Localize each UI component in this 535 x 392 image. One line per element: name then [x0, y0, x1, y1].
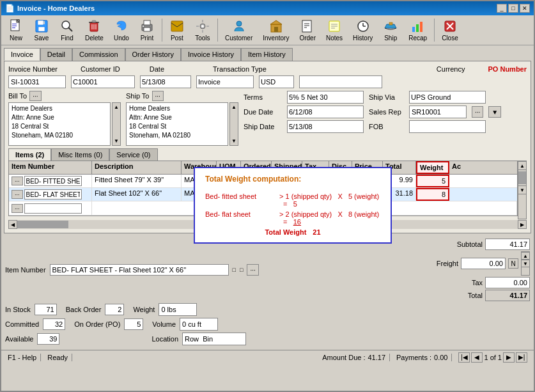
toolbar-tools-button[interactable]: Tools	[190, 17, 215, 43]
bill-to-button[interactable]: ···	[29, 91, 41, 101]
toolbar-notes-button[interactable]: Notes	[322, 17, 347, 43]
in-stock-label: In Stock	[5, 306, 31, 313]
nav-next-button[interactable]: ▶	[503, 352, 515, 363]
items-tab-items[interactable]: Items (2)	[8, 148, 51, 161]
toolbar-order-button[interactable]: Order	[295, 17, 320, 43]
item-desc-input[interactable]	[50, 264, 229, 276]
toolbar-inventory-button[interactable]: Inventory	[258, 17, 293, 43]
total-value[interactable]	[485, 290, 530, 301]
freight-value[interactable]	[461, 258, 506, 269]
toolbar-undo-button[interactable]: Undo	[109, 17, 134, 43]
ship-via-select[interactable]: UPS Ground	[409, 91, 486, 104]
toolbar-separator-3	[434, 19, 435, 42]
tab-detail[interactable]: Detail	[40, 48, 72, 61]
toolbar-close-button[interactable]: Close	[437, 17, 463, 43]
item-browse-btn-empty[interactable]: ···	[12, 204, 23, 213]
item-number-select-empty[interactable]	[24, 203, 82, 214]
scroll-up-arrow[interactable]: ▲	[518, 161, 527, 170]
tab-invoice[interactable]: Invoice	[4, 48, 40, 61]
toolbar-post-button[interactable]: Post	[165, 17, 189, 43]
sales-rep-button[interactable]: ···	[472, 106, 483, 118]
toolbar-separator-1	[162, 19, 162, 42]
tab-commission[interactable]: Commission	[72, 48, 125, 61]
item-browse-btn-1[interactable]: ···	[12, 176, 23, 185]
tooltip-row-1: Bed- fitted sheet > 1 (shipped qty) X 5 …	[205, 192, 380, 208]
nav-prev-button[interactable]: ◀	[471, 352, 483, 363]
date-select[interactable]: 5/13/08	[140, 75, 191, 88]
in-stock-input[interactable]	[35, 304, 57, 315]
sales-rep-input[interactable]	[409, 106, 467, 118]
item-browse-btn-2[interactable]: ···	[12, 190, 23, 199]
bill-to-address: Home DealersAttn: Anne Sue18 Central StS…	[8, 102, 111, 146]
nav-last-button[interactable]: ▶|	[516, 352, 527, 363]
freight-scroll-up[interactable]: ▲	[521, 252, 530, 260]
close-button[interactable]: ✕	[520, 4, 530, 13]
terms-section: Terms 5% 5 Net 30 Ship Via UPS Ground Du…	[244, 91, 527, 146]
currency-select[interactable]: USD	[259, 75, 294, 88]
weight-input[interactable]	[159, 303, 197, 316]
scroll-left-arrow[interactable]: ◀	[8, 220, 17, 229]
bill-to-scroll[interactable]: ▲ ▼	[112, 102, 121, 146]
tools-icon	[195, 19, 210, 34]
available-input[interactable]	[37, 333, 59, 345]
svg-rect-20	[144, 27, 150, 31]
toolbar-delete-button[interactable]: Delete	[81, 17, 108, 43]
due-date-select[interactable]: 6/12/08	[287, 106, 364, 118]
tax-value[interactable]	[485, 277, 530, 288]
sales-rep-label: Sales Rep	[369, 108, 404, 116]
on-order-input[interactable]	[124, 318, 143, 330]
tab-invoice-history[interactable]: Invoice History	[181, 48, 241, 61]
transaction-type-select[interactable]: Invoice	[196, 75, 254, 88]
fob-input[interactable]	[409, 120, 486, 133]
tooltip-title: Total Weight computation:	[205, 175, 380, 184]
customer-id-select[interactable]: C10001	[71, 75, 135, 88]
toolbar-print-button[interactable]: Print	[135, 17, 159, 43]
sales-rep-dropdown[interactable]: ▼	[488, 106, 501, 118]
scroll-thumb[interactable]	[518, 171, 526, 184]
invoice-number-input[interactable]	[8, 75, 66, 88]
item-browse-bottom-btn[interactable]: ···	[247, 264, 258, 276]
back-order-input[interactable]	[105, 304, 124, 315]
toolbar-ship-button[interactable]: Ship	[378, 17, 403, 43]
tab-item-history[interactable]: Item History	[241, 48, 293, 61]
volume-label: Volume	[152, 320, 176, 328]
maximize-button[interactable]: □	[508, 4, 518, 13]
minimize-button[interactable]: _	[497, 4, 507, 13]
h-scroll-thumb[interactable]	[17, 221, 68, 228]
tooltip-name-2: Bed- flat sheet	[205, 210, 275, 226]
subtotal-value[interactable]	[485, 239, 530, 250]
grid-scrollbar[interactable]: ▲ ▼	[518, 161, 527, 219]
summary-row-total: Total	[426, 290, 530, 301]
scroll-right-arrow[interactable]: ▶	[518, 220, 527, 229]
toolbar-find-button[interactable]: Find	[55, 17, 79, 43]
freight-scroll-down[interactable]: ▼	[521, 260, 530, 267]
toolbar-recap-button[interactable]: Recap	[404, 17, 431, 43]
volume-input[interactable]	[180, 318, 218, 331]
ship-date-select[interactable]: 5/13/08	[287, 120, 364, 133]
toolbar-history-button[interactable]: History	[348, 17, 377, 43]
freight-scroll[interactable]: ▲ ▼	[521, 251, 530, 276]
post-icon	[169, 19, 185, 34]
ship-to-label: Ship To	[126, 92, 150, 100]
toolbar-customer-button[interactable]: Customer	[221, 17, 257, 43]
po-number-input[interactable]	[299, 75, 382, 88]
location-input[interactable]	[182, 333, 246, 345]
tab-order-history[interactable]: Order History	[125, 48, 181, 61]
main-tabs: Invoice Detail Commission Order History …	[4, 48, 531, 61]
ship-to-button[interactable]: ···	[152, 91, 164, 101]
nav-first-button[interactable]: |◀	[458, 352, 470, 363]
item-number-select-2[interactable]: BED- FLAT SHEET	[24, 189, 82, 200]
bottom-row-2: In Stock Back Order Weight	[5, 303, 530, 316]
toolbar-save-button[interactable]: Save	[29, 17, 54, 43]
items-tab-misc[interactable]: Misc Items (0)	[51, 148, 109, 161]
scroll-down-arrow[interactable]: ▼	[518, 185, 527, 194]
item-number-select-1[interactable]: BED- FITTED SHEE	[24, 176, 82, 186]
committed-input[interactable]	[43, 318, 65, 330]
terms-select[interactable]: 5% 5 Net 30	[287, 91, 364, 104]
ship-to-scroll[interactable]: ▲ ▼	[229, 102, 238, 146]
toolbar-new-button[interactable]: New	[4, 17, 28, 43]
items-tab-service[interactable]: Service (0)	[109, 148, 157, 161]
ship-via-label: Ship Via	[369, 93, 404, 101]
toolbar-customer-label: Customer	[225, 35, 252, 42]
status-bar: F1 - Help Ready Amount Due : 41.17 Payme…	[1, 350, 534, 364]
